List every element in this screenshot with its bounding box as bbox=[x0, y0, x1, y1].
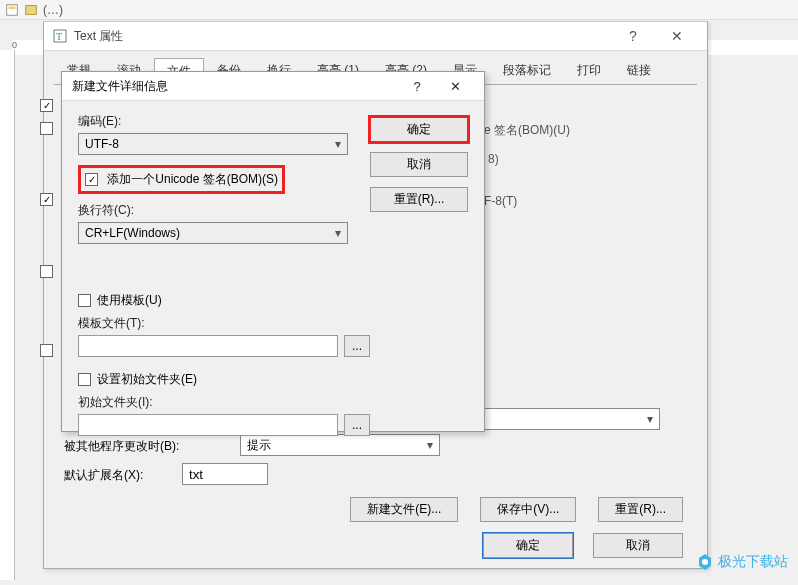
set-initial-folder-checkbox[interactable] bbox=[78, 373, 91, 386]
bom-checkbox[interactable] bbox=[85, 173, 98, 186]
checkbox[interactable] bbox=[40, 99, 53, 112]
bom-checkbox-highlight: 添加一个Unicode 签名(BOM)(S) bbox=[78, 165, 285, 194]
use-template-label: 使用模板(U) bbox=[97, 292, 162, 309]
help-button[interactable]: ? bbox=[398, 72, 436, 101]
ok-button[interactable]: 确定 bbox=[370, 117, 468, 142]
toolbar-icon[interactable] bbox=[24, 3, 38, 17]
encoding-value: UTF-8 bbox=[85, 137, 119, 151]
app-toolbar: (…) bbox=[0, 0, 798, 20]
tab-paragraph[interactable]: 段落标记 bbox=[490, 57, 564, 84]
initial-folder-label: 初始文件夹(I): bbox=[78, 394, 370, 411]
dialog-titlebar[interactable]: T Text 属性 ? ✕ bbox=[44, 22, 707, 51]
newline-label: 换行符(C): bbox=[78, 202, 370, 219]
dialog-footer-buttons: 确定 取消 bbox=[483, 533, 683, 558]
encoding-combo[interactable]: UTF-8 bbox=[78, 133, 348, 155]
file-buttons-row: 新建文件(E)... 保存中(V)... 重置(R)... bbox=[350, 497, 683, 522]
left-column: 编码(E): UTF-8 添加一个Unicode 签名(BOM)(S) 换行符(… bbox=[78, 113, 370, 436]
reset-button[interactable]: 重置(R)... bbox=[598, 497, 683, 522]
dialog-title: Text 属性 bbox=[74, 28, 123, 45]
dialog-titlebar[interactable]: 新建文件详细信息 ? ✕ bbox=[62, 72, 484, 101]
tab-print[interactable]: 打印 bbox=[564, 57, 614, 84]
use-template-checkbox[interactable] bbox=[78, 294, 91, 307]
new-file-button[interactable]: 新建文件(E)... bbox=[350, 497, 458, 522]
checkbox[interactable] bbox=[40, 193, 53, 206]
svg-text:T: T bbox=[56, 31, 62, 42]
encoding-label: 编码(E): bbox=[78, 113, 370, 130]
saving-button[interactable]: 保存中(V)... bbox=[480, 497, 576, 522]
ruler-tick: 0 bbox=[12, 40, 17, 50]
partial-text: e 签名(BOM)(U) bbox=[484, 122, 570, 139]
tab-link[interactable]: 链接 bbox=[614, 57, 664, 84]
initial-folder-input[interactable] bbox=[78, 414, 338, 436]
close-button[interactable]: ✕ bbox=[436, 72, 474, 101]
svg-rect-2 bbox=[26, 5, 37, 14]
dialog-content: 编码(E): UTF-8 添加一个Unicode 签名(BOM)(S) 换行符(… bbox=[62, 101, 484, 448]
partial-text: 8) bbox=[488, 152, 499, 166]
cancel-button[interactable]: 取消 bbox=[370, 152, 468, 177]
watermark: 极光下载站 bbox=[696, 553, 788, 571]
svg-rect-0 bbox=[7, 4, 18, 15]
newline-combo[interactable]: CR+LF(Windows) bbox=[78, 222, 348, 244]
reset-button[interactable]: 重置(R)... bbox=[370, 187, 468, 212]
partial-text: F-8(T) bbox=[484, 194, 517, 208]
svg-rect-1 bbox=[9, 6, 16, 9]
app-icon: T bbox=[52, 28, 68, 44]
help-button[interactable]: ? bbox=[611, 22, 655, 51]
bom-checkbox-label: 添加一个Unicode 签名(BOM)(S) bbox=[107, 172, 278, 186]
checkbox[interactable] bbox=[40, 122, 53, 135]
right-column: 确定 取消 重置(R)... bbox=[370, 113, 468, 436]
close-button[interactable]: ✕ bbox=[655, 22, 699, 51]
default-ext-label: 默认扩展名(X): bbox=[64, 467, 143, 484]
cancel-button[interactable]: 取消 bbox=[593, 533, 683, 558]
browse-folder-button[interactable]: ... bbox=[344, 414, 370, 436]
template-file-input[interactable] bbox=[78, 335, 338, 357]
dialog-new-file-details: 新建文件详细信息 ? ✕ 编码(E): UTF-8 添加一个Unicode 签名… bbox=[61, 71, 485, 432]
ruler-left bbox=[0, 50, 15, 580]
toolbar-icon[interactable] bbox=[5, 3, 19, 17]
ok-button[interactable]: 确定 bbox=[483, 533, 573, 558]
set-initial-folder-label: 设置初始文件夹(E) bbox=[97, 371, 197, 388]
template-file-label: 模板文件(T): bbox=[78, 315, 370, 332]
default-ext-input[interactable] bbox=[182, 463, 268, 485]
checkbox[interactable] bbox=[40, 344, 53, 357]
watermark-text: 极光下载站 bbox=[718, 553, 788, 571]
newline-value: CR+LF(Windows) bbox=[85, 226, 180, 240]
toolbar-text-fragment: (…) bbox=[43, 3, 63, 17]
dialog-title: 新建文件详细信息 bbox=[72, 78, 168, 95]
browse-template-button[interactable]: ... bbox=[344, 335, 370, 357]
checkbox[interactable] bbox=[40, 265, 53, 278]
